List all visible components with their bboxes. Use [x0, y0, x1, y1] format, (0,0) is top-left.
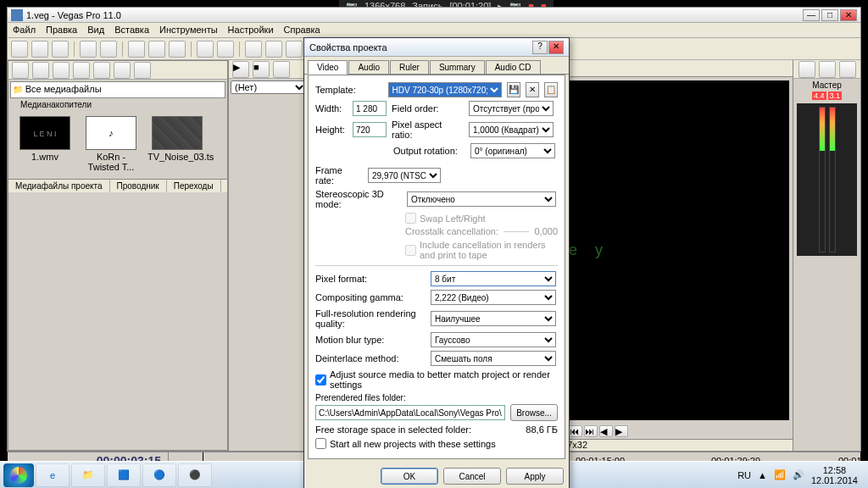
tray-volume-icon[interactable]: 🔊: [793, 469, 804, 480]
close-button[interactable]: ✕: [840, 9, 857, 21]
match-media-icon[interactable]: 📋: [544, 82, 558, 97]
mixer-props-button[interactable]: [819, 61, 836, 78]
go-end-button[interactable]: ⏭: [584, 425, 598, 437]
media-import-button[interactable]: [12, 62, 29, 79]
width-input[interactable]: [353, 101, 387, 116]
tab-ruler[interactable]: Ruler: [390, 60, 429, 74]
tray-time[interactable]: 12:58: [811, 465, 858, 475]
media-remove-button[interactable]: [73, 62, 90, 79]
media-thumb[interactable]: ♪KoRn - Twisted T...: [81, 116, 141, 172]
media-views-button[interactable]: [134, 62, 151, 79]
maximize-button[interactable]: □: [821, 9, 838, 21]
tray-flag-icon[interactable]: ▲: [758, 470, 767, 480]
media-get-button[interactable]: [53, 62, 70, 79]
s3d-label: Stereoscopic 3D mode:: [315, 189, 402, 209]
meter-left-val: 4.4: [812, 92, 826, 100]
menu-edit[interactable]: Правка: [46, 25, 77, 36]
media-fx-button[interactable]: [114, 62, 131, 79]
menu-help[interactable]: Справка: [284, 25, 320, 36]
tab-audio[interactable]: Audio: [348, 60, 389, 74]
menu-tools[interactable]: Инструменты: [159, 25, 218, 36]
tray-network-icon[interactable]: 📶: [774, 469, 786, 480]
system-tray[interactable]: RU ▲ 📶 🔊 12:58 12.01.2014: [731, 465, 865, 485]
media-props-button[interactable]: [93, 62, 110, 79]
par-select[interactable]: 1,0000 (Квадрат): [469, 122, 554, 137]
gamma-select[interactable]: 2,222 (Видео): [431, 290, 556, 305]
media-capture-button[interactable]: [32, 62, 49, 79]
media-tree-sub[interactable]: Медианакопители: [8, 100, 227, 109]
taskbar-chrome-icon[interactable]: 🔵: [142, 463, 176, 487]
new-button[interactable]: [11, 41, 28, 58]
autoripple-button[interactable]: [286, 41, 303, 58]
cancel-button[interactable]: Cancel: [443, 468, 501, 485]
menu-file[interactable]: Файл: [13, 25, 36, 36]
menu-options[interactable]: Настройки: [228, 25, 274, 36]
quality-select[interactable]: Наилучшее: [431, 311, 556, 326]
copy-button[interactable]: [148, 41, 165, 58]
media-thumb[interactable]: L E N I1.wmv: [15, 116, 75, 172]
tray-lang[interactable]: RU: [737, 470, 751, 480]
properties-button[interactable]: [100, 41, 117, 58]
apply-button[interactable]: Apply: [506, 468, 564, 485]
trimmer-select[interactable]: (Нет): [231, 80, 307, 94]
undo-button[interactable]: [197, 41, 214, 58]
dialog-titlebar[interactable]: Свойства проекта ? ✕: [304, 38, 569, 57]
media-tree[interactable]: 📁 Все медиафайлы: [10, 81, 225, 98]
height-input[interactable]: [353, 122, 387, 137]
fieldorder-select[interactable]: Отсутствует (прогрессивная): [469, 101, 554, 116]
menu-view[interactable]: Вид: [87, 25, 104, 36]
tab-video[interactable]: Video: [308, 60, 348, 75]
open-button[interactable]: [31, 41, 48, 58]
fps-select[interactable]: 29,970 (NTSC): [368, 168, 441, 183]
browse-button[interactable]: Browse...: [510, 404, 558, 421]
tab-project-media[interactable]: Медиафайлы проекта: [8, 180, 110, 192]
template-select[interactable]: HDV 720-30p (1280x720; 29,970 кадр/с): [388, 82, 502, 97]
trim-play-button[interactable]: ▶: [232, 61, 249, 78]
tab-transitions[interactable]: Переходы: [167, 180, 221, 192]
trim-loop-button[interactable]: [273, 61, 290, 78]
menu-insert[interactable]: Вставка: [114, 25, 149, 36]
trim-stop-button[interactable]: ■: [253, 61, 270, 78]
minimize-button[interactable]: —: [803, 9, 820, 21]
redo-button[interactable]: [217, 41, 234, 58]
rotation-select[interactable]: 0° (оригинал): [470, 143, 555, 158]
taskbar-explorer-icon[interactable]: 📁: [71, 463, 105, 487]
ok-button[interactable]: OK: [381, 468, 438, 485]
meter-right: [829, 107, 836, 252]
start-button[interactable]: [3, 463, 34, 487]
delete-template-icon[interactable]: ✕: [526, 82, 539, 97]
start-all-checkbox[interactable]: [315, 438, 326, 449]
prerendered-path-input[interactable]: [315, 405, 505, 420]
autocrossfade-button[interactable]: [265, 41, 282, 58]
prev-frame-button[interactable]: ◀: [599, 425, 613, 437]
save-template-icon[interactable]: 💾: [507, 82, 520, 97]
go-start-button[interactable]: ⏮: [569, 425, 582, 437]
pixelformat-select[interactable]: 8 бит: [431, 271, 556, 286]
dialog-help-button[interactable]: ?: [532, 41, 548, 54]
mixer-dim-button[interactable]: [839, 61, 856, 78]
render-button[interactable]: [80, 41, 97, 58]
deinterlace-select[interactable]: Смешать поля: [431, 351, 556, 366]
template-label: Template:: [315, 85, 383, 95]
tab-audiocd[interactable]: Audio CD: [486, 60, 541, 74]
media-thumb[interactable]: TV_Noise_03.ts: [147, 116, 207, 172]
save-button[interactable]: [52, 41, 69, 58]
titlebar[interactable]: 1.veg - Vegas Pro 11.0 — □ ✕: [8, 8, 860, 23]
tab-summary[interactable]: Summary: [430, 60, 485, 74]
freespace-value: 88,6 ГБ: [526, 424, 558, 435]
adjust-source-checkbox[interactable]: [315, 374, 326, 385]
tab-explorer[interactable]: Проводник: [110, 180, 167, 192]
next-frame-button[interactable]: ▶: [615, 425, 628, 437]
paste-button[interactable]: [169, 41, 186, 58]
tray-date[interactable]: 12.01.2014: [811, 475, 858, 485]
s3d-select[interactable]: Отключено: [407, 191, 556, 207]
width-label: Width:: [315, 103, 348, 114]
motionblur-select[interactable]: Гауссово: [431, 332, 556, 347]
snap-button[interactable]: [245, 41, 262, 58]
mixer-insert-button[interactable]: [798, 61, 815, 78]
dialog-close-button[interactable]: ✕: [548, 41, 564, 54]
taskbar-vegas-icon[interactable]: ⚫: [178, 463, 212, 487]
cut-button[interactable]: [128, 41, 145, 58]
taskbar-app-icon[interactable]: 🟦: [107, 463, 141, 487]
taskbar-ie-icon[interactable]: e: [36, 463, 70, 487]
